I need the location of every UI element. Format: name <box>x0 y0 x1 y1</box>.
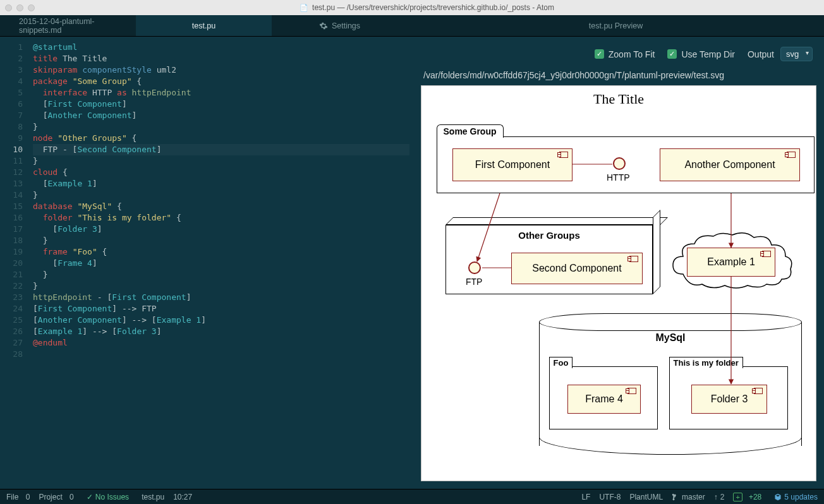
interface-ftp-label: FTP <box>466 277 482 287</box>
code-editor[interactable]: 1234567891011121314151617181920212223242… <box>0 37 413 489</box>
frame-foo: Foo Frame 4 <box>549 366 658 429</box>
interface-http <box>613 157 626 170</box>
component-second: Second Component <box>511 253 643 284</box>
tab-preview[interactable]: test.pu Preview <box>408 15 824 36</box>
git-branch-icon <box>672 493 679 501</box>
zoom-to-fit-checkbox[interactable]: ✓Zoom To Fit <box>595 49 655 59</box>
window-titlebar: 📄 test.pu — /Users/trevershick/projects/… <box>0 0 824 15</box>
status-git-branch[interactable]: master <box>672 493 705 501</box>
component-another: Another Component <box>660 148 800 181</box>
tab-bar: 2015-12-04-plantuml-snippets.md test.pu … <box>0 15 824 37</box>
tab-test-pu[interactable]: test.pu <box>136 15 272 36</box>
status-bar: File 0 Project 0 ✓ No Issues test.pu 10:… <box>0 489 824 504</box>
status-line-ending[interactable]: LF <box>581 493 590 501</box>
status-cursor[interactable]: 10:27 <box>173 493 192 501</box>
preview-pane: ✓Zoom To Fit ✓Use Temp Dir Output svg /v… <box>413 37 824 489</box>
component-example1: Example 1 <box>687 248 775 277</box>
frame-label: Foo <box>549 357 573 368</box>
status-git-ahead[interactable]: ↑ 2 <box>714 493 725 501</box>
output-select-group: Output svg <box>748 47 813 61</box>
diagram-canvas: The Title Some Group First Component HTT… <box>421 85 816 481</box>
window-title: test.pu — /Users/trevershick/projects/tr… <box>312 3 554 12</box>
status-project-diagnostics[interactable]: Project 0 <box>39 493 73 501</box>
preview-toolbar: ✓Zoom To Fit ✓Use Temp Dir Output svg <box>421 47 816 70</box>
status-updates[interactable]: 5 updates <box>774 493 818 501</box>
code-area[interactable]: @startumltitle The Titleskinparam compon… <box>29 37 413 489</box>
component-first: First Component <box>452 148 573 181</box>
node-other-groups: Other Groups FTP Second Component <box>445 225 653 294</box>
status-encoding[interactable]: UTF-8 <box>599 493 621 501</box>
tab-snippets-file[interactable]: 2015-12-04-plantuml-snippets.md <box>0 15 136 36</box>
line-gutter: 1234567891011121314151617181920212223242… <box>0 37 29 489</box>
status-file-diagnostics[interactable]: File 0 <box>6 493 30 501</box>
output-label: Output <box>748 49 774 59</box>
status-grammar[interactable]: PlantUML <box>629 493 663 501</box>
interface-http-label: HTTP <box>607 172 630 183</box>
status-git-diff[interactable]: ++28 <box>733 493 765 501</box>
interface-ftp <box>468 261 481 274</box>
component-folder3: Folder 3 <box>691 385 767 414</box>
output-select[interactable]: svg <box>780 47 813 61</box>
status-no-issues[interactable]: ✓ No Issues <box>83 493 133 501</box>
package-some-group: Some Group First Component HTTP Another … <box>437 136 815 193</box>
database-mysql: MySql Foo Frame 4 This is my folder Fold… <box>539 313 802 455</box>
tab-settings[interactable]: Settings <box>272 15 408 36</box>
package-label: Some Group <box>437 124 504 138</box>
node-label: Other Groups <box>445 230 653 241</box>
use-temp-dir-checkbox[interactable]: ✓Use Temp Dir <box>667 49 735 59</box>
status-filename[interactable]: test.pu <box>142 493 164 501</box>
traffic-lights[interactable] <box>5 4 35 11</box>
preview-path: /var/folders/md/rw0cffdd67j5cj4_y9j0dr0h… <box>421 70 816 85</box>
component-frame4: Frame 4 <box>567 385 641 414</box>
document-icon: 📄 <box>300 4 308 12</box>
folder-label: This is my folder <box>669 357 743 368</box>
database-label: MySql <box>539 332 802 344</box>
folder-my-folder: This is my folder Folder 3 <box>669 366 788 429</box>
gear-icon <box>319 21 328 30</box>
package-icon <box>774 493 782 501</box>
diagram-title: The Title <box>421 86 816 107</box>
